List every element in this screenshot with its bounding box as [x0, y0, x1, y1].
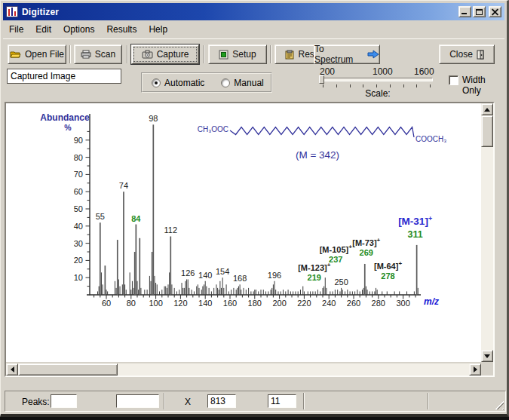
slider-tick — [403, 84, 404, 87]
svg-text:COOCH₃: COOCH₃ — [415, 135, 446, 143]
resize-grip[interactable] — [495, 400, 504, 409]
slider-tick — [363, 84, 363, 87]
svg-text:260: 260 — [347, 299, 360, 308]
camera-icon — [142, 50, 153, 59]
scroll-left-button[interactable] — [6, 363, 18, 376]
captured-image-field[interactable] — [7, 69, 121, 84]
svg-text:120: 120 — [173, 299, 187, 308]
svg-text:200: 200 — [272, 299, 286, 308]
svg-text:[M-73]+: [M-73]+ — [352, 237, 380, 247]
scrollbar-corner — [481, 363, 493, 376]
menu-results[interactable]: Results — [100, 23, 143, 36]
svg-text:140: 140 — [198, 299, 212, 308]
svg-text:300: 300 — [396, 299, 409, 308]
window-title: Digitizer — [22, 7, 59, 17]
horizontal-scroll-thumb[interactable] — [18, 363, 118, 376]
svg-text:126: 126 — [181, 268, 195, 277]
close-button[interactable]: Close — [439, 44, 495, 64]
svg-text:CH₃OOC: CH₃OOC — [198, 125, 228, 133]
svg-text:[M-64]+: [M-64]+ — [374, 260, 402, 271]
svg-text:278: 278 — [381, 271, 394, 281]
mode-groupbox: Automatic Manual — [141, 72, 272, 93]
x-label: X — [185, 397, 191, 407]
svg-text:80: 80 — [127, 299, 136, 308]
status-divider — [428, 393, 429, 409]
horizontal-scrollbar[interactable] — [6, 363, 481, 376]
blue-right-arrow-icon — [367, 50, 379, 59]
minimize-button[interactable] — [458, 6, 471, 17]
svg-text:237: 237 — [329, 255, 342, 264]
minimize-icon — [461, 13, 467, 14]
slider-tick — [336, 84, 337, 87]
toolbar: Open File Scan Capture Setup — [3, 38, 504, 66]
svg-text:100: 100 — [149, 299, 162, 308]
svg-text:80: 80 — [74, 153, 83, 162]
capture-button[interactable]: Capture — [131, 44, 199, 64]
svg-text:112: 112 — [164, 225, 178, 235]
svg-text:70: 70 — [74, 170, 83, 179]
vertical-scrollbar[interactable] — [481, 103, 493, 362]
menu-help[interactable]: Help — [143, 23, 173, 36]
clipboard-icon — [285, 50, 294, 60]
status-divider — [303, 393, 305, 409]
setup-button[interactable]: Setup — [208, 44, 267, 64]
spectrum-canvas[interactable]: 1020304050607080906080100120140160180200… — [6, 103, 481, 362]
manual-radio-label: Manual — [234, 78, 263, 88]
scroll-down-button[interactable] — [481, 350, 493, 362]
aux-field[interactable] — [116, 394, 159, 408]
image-panel: 1020304050607080906080100120140160180200… — [5, 102, 495, 377]
down-arrow-icon — [484, 354, 490, 358]
left-arrow-icon — [11, 366, 14, 372]
svg-text:240: 240 — [322, 299, 336, 308]
slider-tick — [350, 84, 351, 87]
capture-label: Capture — [157, 49, 189, 60]
close-label: Close — [449, 49, 473, 60]
manual-radio[interactable] — [221, 78, 230, 87]
scale-slider-thumb[interactable] — [319, 75, 324, 84]
scale-value-1600: 1600 — [414, 66, 434, 77]
width-only-label: Width Only — [462, 75, 504, 96]
svg-text:168: 168 — [233, 274, 247, 283]
exit-door-icon — [477, 50, 484, 60]
menu-edit[interactable]: Edit — [29, 23, 57, 36]
vertical-scroll-thumb[interactable] — [481, 115, 493, 147]
menu-file[interactable]: File — [3, 23, 29, 36]
slider-tick — [390, 84, 391, 87]
svg-text:%: % — [64, 123, 72, 132]
svg-text:(M = 342): (M = 342) — [296, 149, 339, 161]
svg-text:60: 60 — [102, 299, 111, 308]
right-arrow-icon — [474, 366, 477, 372]
svg-text:90: 90 — [74, 136, 83, 145]
width-only-checkbox[interactable] — [449, 75, 458, 85]
maximize-button[interactable] — [473, 6, 486, 17]
status-divider — [164, 393, 165, 409]
svg-text:m/z: m/z — [424, 296, 439, 307]
scroll-right-button[interactable] — [469, 363, 481, 376]
digitizer-window: Digitizer File Edit Options Results Help… — [0, 0, 509, 417]
close-window-button[interactable] — [489, 6, 501, 17]
scale-label: Scale: — [344, 88, 412, 99]
svg-text:219: 219 — [308, 273, 321, 282]
x-coordinate-field[interactable] — [207, 394, 236, 408]
svg-text:280: 280 — [372, 299, 385, 308]
scale-tick-labels: 200 1000 1600 — [318, 66, 436, 75]
setup-label: Setup — [232, 49, 256, 60]
svg-text:250: 250 — [334, 277, 348, 287]
scroll-up-button[interactable] — [481, 103, 493, 115]
to-spectrum-button[interactable]: To Spectrum — [314, 44, 380, 64]
open-file-button[interactable]: Open File — [8, 44, 66, 64]
menu-options[interactable]: Options — [57, 23, 100, 36]
open-folder-icon — [10, 50, 21, 59]
automatic-radio[interactable] — [152, 78, 161, 87]
toolbar-separator — [270, 45, 271, 63]
peaks-field[interactable] — [51, 394, 77, 408]
slider-tick — [323, 84, 323, 87]
scan-button[interactable]: Scan — [74, 44, 122, 64]
y-coordinate-field[interactable] — [268, 394, 296, 408]
title-bar[interactable]: Digitizer — [3, 3, 504, 20]
svg-text:[M-123]+: [M-123]+ — [298, 262, 331, 272]
slider-tick — [416, 84, 417, 87]
maximize-icon — [476, 9, 483, 15]
scale-slider-track[interactable] — [320, 78, 433, 81]
svg-text:140: 140 — [198, 271, 212, 280]
